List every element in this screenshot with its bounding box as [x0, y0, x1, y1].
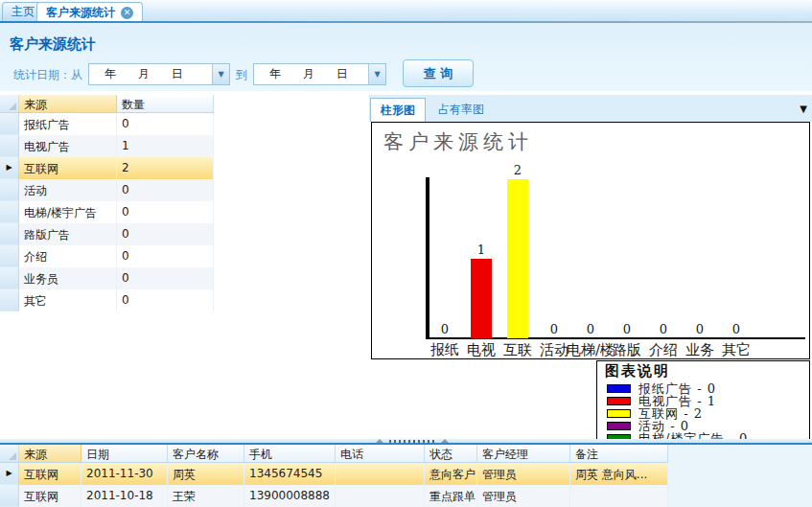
x-axis-tick-label: 电梯/楼 — [567, 341, 615, 359]
to-label: 到 — [236, 67, 247, 83]
table-cell: 2011-10-18 — [81, 485, 168, 507]
row-selector-cell[interactable] — [0, 113, 19, 135]
grid-corner-cell — [0, 95, 19, 113]
table-cell — [336, 485, 425, 507]
table-cell: 0 — [117, 267, 214, 289]
date-range-label: 统计日期：从 — [13, 67, 82, 83]
column-header[interactable]: 手机 — [244, 445, 336, 463]
row-selector-cell[interactable] — [0, 267, 19, 289]
table-cell — [336, 463, 425, 485]
query-button[interactable]: 查 询 — [403, 59, 474, 87]
legend-swatch — [607, 422, 631, 430]
main-tabbar: 主页 客户来源统计 ✕ — [0, 0, 812, 21]
grid-corner-cell — [0, 445, 19, 463]
x-axis-tick-label: 业务 — [685, 341, 714, 359]
grid-header-row: 来源数量 — [0, 95, 214, 113]
table-cell: 周英 — [168, 463, 244, 485]
table-cell: 王荣 — [168, 485, 244, 507]
date-to-input[interactable]: 年 月 日 ▼ — [253, 63, 386, 85]
table-cell: 意向客户 — [425, 463, 477, 485]
tab-bar-chart[interactable]: 柱形图 — [370, 98, 426, 122]
table-cell: 重点跟单 — [425, 485, 477, 507]
table-cell: 路版广告 — [19, 223, 117, 245]
table-cell: 互联网 — [19, 485, 81, 507]
x-axis-tick-label: 互联 — [503, 341, 532, 359]
table-row[interactable]: 电视广告1 — [0, 135, 214, 157]
table-cell: 互联网 — [19, 463, 81, 485]
table-row[interactable]: 报纸广告0 — [0, 113, 214, 135]
table-cell: 活动 — [19, 179, 117, 201]
table-cell: 报纸广告 — [19, 113, 117, 135]
table-row[interactable]: ▶互联网2011-11-30周英1345674545意向客户管理员周英 意向风.… — [0, 463, 668, 485]
table-cell: 互联网 — [19, 157, 117, 179]
column-header[interactable]: 日期 — [81, 445, 168, 463]
tab-share-chart[interactable]: 占有率图 — [429, 98, 494, 122]
x-axis-tick-label: 其它 — [722, 341, 751, 359]
row-selector-cell[interactable] — [0, 179, 19, 201]
table-row[interactable]: 电梯/楼宇广告0 — [0, 201, 214, 223]
bar-value-label: 0 — [696, 322, 704, 336]
bar-chart: 客户来源统计 0报纸1电视2互联0活动0电梯/楼0路版0介绍0业务0其它 — [371, 122, 810, 359]
table-cell: 0 — [117, 179, 214, 201]
table-cell: 1345674545 — [244, 463, 336, 485]
chart-title: 客户来源统计 — [383, 128, 533, 155]
column-header[interactable]: 客户经理 — [477, 445, 570, 463]
customer-detail-table: 来源日期客户名称手机电话状态客户经理备注▶互联网2011-11-30周英1345… — [0, 445, 668, 507]
table-row[interactable]: 业务员0 — [0, 267, 214, 289]
table-cell: 介绍 — [19, 245, 117, 267]
date-from-dropdown-icon[interactable]: ▼ — [212, 64, 229, 84]
column-header[interactable]: 电话 — [336, 445, 425, 463]
table-row[interactable]: 其它0 — [0, 289, 214, 311]
tab-customer-source-stats[interactable]: 客户来源统计 ✕ — [36, 2, 143, 23]
table-row[interactable]: 介绍0 — [0, 245, 214, 267]
chart-y-axis — [426, 177, 429, 338]
x-axis-tick-label: 路版 — [613, 341, 641, 359]
column-header[interactable]: 客户名称 — [168, 445, 244, 463]
row-selector-cell[interactable] — [0, 485, 19, 507]
date-from-input[interactable]: 年 月 日 ▼ — [88, 63, 230, 85]
tab-home-label: 主页 — [12, 5, 35, 18]
table-row[interactable]: 互联网2011-10-18王荣13900008888重点跟单管理员 — [0, 485, 668, 507]
chart-options-dropdown-icon[interactable]: ▼ — [800, 104, 807, 114]
row-selector-cell[interactable] — [0, 223, 19, 245]
splitter-collapse-icon[interactable] — [376, 439, 383, 443]
row-selector-cell[interactable] — [0, 245, 19, 267]
column-header[interactable]: 状态 — [425, 445, 477, 463]
selected-row-arrow-icon: ▶ — [6, 164, 12, 172]
tab-close-icon[interactable]: ✕ — [121, 7, 133, 19]
table-cell: 2 — [117, 157, 214, 179]
table-row[interactable]: ▶互联网2 — [0, 157, 214, 179]
table-row[interactable]: 活动0 — [0, 179, 214, 201]
selected-row-arrow-icon: ▶ — [6, 470, 12, 477]
table-row[interactable]: 路版广告0 — [0, 223, 214, 245]
table-cell: 1 — [117, 135, 214, 157]
chart-bar — [507, 179, 528, 338]
bar-value-label: 0 — [623, 322, 631, 336]
row-selector-cell[interactable] — [0, 289, 19, 311]
grid-header-row: 来源日期客户名称手机电话状态客户经理备注 — [0, 445, 668, 463]
row-selector-cell[interactable]: ▶ — [0, 157, 19, 179]
bar-value-label: 0 — [550, 322, 558, 336]
column-header[interactable]: 来源 — [19, 95, 117, 113]
row-selector-cell[interactable] — [0, 135, 19, 157]
column-header[interactable]: 来源 — [19, 445, 81, 463]
bar-value-label: 0 — [441, 322, 449, 336]
column-header[interactable]: 备注 — [570, 445, 668, 463]
app-window: 主页 客户来源统计 ✕ 客户来源统计 统计日期：从 年 月 日 ▼ 到 年 月 … — [0, 0, 812, 507]
table-cell: 0 — [117, 245, 214, 267]
row-selector-cell[interactable]: ▶ — [0, 463, 19, 485]
table-cell: 管理员 — [477, 463, 570, 485]
splitter-grip[interactable] — [376, 439, 449, 443]
legend-swatch — [607, 409, 631, 418]
row-selector-cell[interactable] — [0, 201, 19, 223]
date-to-value: 年 月 日 — [254, 64, 368, 84]
date-to-dropdown-icon[interactable]: ▼ — [368, 64, 385, 84]
table-cell: 0 — [117, 113, 214, 135]
column-header[interactable]: 数量 — [117, 95, 214, 113]
source-table: 来源数量报纸广告0电视广告1▶互联网2活动0电梯/楼宇广告0路版广告0介绍0业务… — [0, 95, 214, 311]
table-cell: 业务员 — [19, 267, 117, 289]
x-axis-tick-label: 报纸 — [430, 341, 459, 359]
splitter-collapse-icon[interactable] — [441, 439, 449, 443]
chart-legend: 图表说明 报纸广告 - 0电视广告 - 1互联网 - 2活动 - 0电梯/楼宇广… — [596, 360, 810, 441]
table-cell: 2011-11-30 — [81, 463, 168, 485]
